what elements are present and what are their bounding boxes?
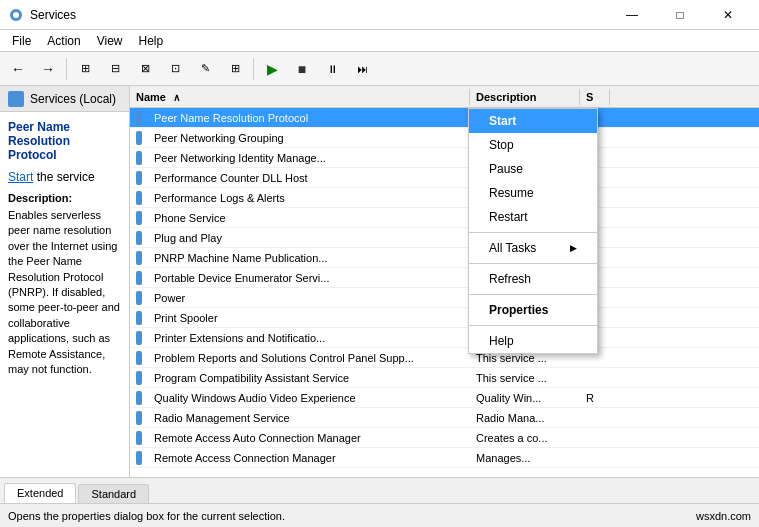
row-icon (130, 409, 148, 427)
table-row[interactable]: PNRP Machine Name Publication... rvice c… (130, 248, 759, 268)
col-header-status[interactable]: S (580, 89, 610, 105)
close-button[interactable]: ✕ (705, 0, 751, 30)
table-row[interactable]: Printer Extensions and Notificatio... rv… (130, 328, 759, 348)
row-name: Remote Access Auto Connection Manager (148, 430, 470, 446)
row-icon (130, 209, 148, 227)
table-body: Peer Name Resolution Protocol s serv... … (130, 108, 759, 477)
description-label: Description: (8, 192, 121, 204)
row-icon (130, 269, 148, 287)
table-row[interactable]: Remote Access Auto Connection Manager Cr… (130, 428, 759, 448)
toolbar-play[interactable]: ▶ (258, 56, 286, 82)
row-name: Program Compatibility Assistant Service (148, 370, 470, 386)
row-status (580, 436, 610, 440)
menu-file[interactable]: File (4, 32, 39, 50)
row-name: Performance Logs & Alerts (148, 190, 470, 206)
toolbar-btn-4[interactable]: ⊡ (161, 56, 189, 82)
toolbar: ← → ⊞ ⊟ ⊠ ⊡ ✎ ⊞ ▶ ■ ⏸ ⏭ (0, 52, 759, 86)
table-row[interactable]: Program Compatibility Assistant Service … (130, 368, 759, 388)
left-panel-header: Services (Local) (30, 92, 116, 106)
left-panel-breadcrumb: Services (Local) (0, 86, 129, 112)
row-icon (130, 389, 148, 407)
row-name: Portable Device Enumerator Servi... (148, 270, 470, 286)
table-row[interactable]: Portable Device Enumerator Servi... es g… (130, 268, 759, 288)
toolbar-restart[interactable]: ⏭ (348, 56, 376, 82)
toolbar-stop[interactable]: ■ (288, 56, 316, 82)
toolbar-btn-5[interactable]: ✎ (191, 56, 219, 82)
row-icon (130, 349, 148, 367)
context-properties[interactable]: Properties (469, 298, 597, 322)
context-start[interactable]: Start (469, 109, 597, 133)
table-row[interactable]: Power es p... R (130, 288, 759, 308)
table-row[interactable]: Phone Service es th... (130, 208, 759, 228)
toolbar-btn-6[interactable]: ⊞ (221, 56, 249, 82)
table-row[interactable]: Problem Reports and Solutions Control Pa… (130, 348, 759, 368)
col-header-desc[interactable]: Description (470, 89, 580, 105)
toolbar-forward[interactable]: → (34, 56, 62, 82)
row-name: Peer Name Resolution Protocol (148, 110, 470, 126)
row-name: Plug and Play (148, 230, 470, 246)
table-row[interactable]: Radio Management Service Radio Mana... (130, 408, 759, 428)
row-desc: Quality Win... (470, 390, 580, 406)
table-row[interactable]: Peer Networking Identity Manage... es id… (130, 148, 759, 168)
row-desc: Radio Mana... (470, 410, 580, 426)
row-icon (130, 329, 148, 347)
toolbar-btn-1[interactable]: ⊞ (71, 56, 99, 82)
col-header-name[interactable]: Name ∧ (130, 89, 470, 105)
table-header: Name ∧ Description S (130, 86, 759, 108)
row-desc: Manages... (470, 450, 580, 466)
row-icon (130, 369, 148, 387)
status-site: wsxdn.com (696, 510, 751, 522)
table-row[interactable]: Print Spooler rvice c... (130, 308, 759, 328)
tab-standard[interactable]: Standard (78, 484, 149, 503)
left-panel: Services (Local) Peer Name Resolution Pr… (0, 86, 130, 477)
row-icon (130, 309, 148, 327)
context-menu: Start Stop Pause Resume Restart All Task… (468, 108, 598, 354)
row-icon (130, 449, 148, 467)
row-icon (130, 149, 148, 167)
menu-bar: File Action View Help (0, 30, 759, 52)
selected-service-title: Peer Name Resolution Protocol (8, 120, 121, 162)
right-panel: Name ∧ Description S Peer Name Resolutio… (130, 86, 759, 477)
table-row[interactable]: Quality Windows Audio Video Experience Q… (130, 388, 759, 408)
context-restart[interactable]: Restart (469, 205, 597, 229)
table-row[interactable]: Performance Counter DLL Host s rem... (130, 168, 759, 188)
menu-action[interactable]: Action (39, 32, 88, 50)
title-bar: Services — □ ✕ (0, 0, 759, 30)
row-status (580, 416, 610, 420)
context-resume[interactable]: Resume (469, 181, 597, 205)
table-row[interactable]: Remote Access Connection Manager Manages… (130, 448, 759, 468)
context-sep-4 (469, 325, 597, 326)
row-name: Radio Management Service (148, 410, 470, 426)
context-sep-1 (469, 232, 597, 233)
context-pause[interactable]: Pause (469, 157, 597, 181)
context-sep-2 (469, 263, 597, 264)
context-help[interactable]: Help (469, 329, 597, 353)
toolbar-btn-2[interactable]: ⊟ (101, 56, 129, 82)
table-row[interactable]: Performance Logs & Alerts (130, 188, 759, 208)
context-stop[interactable]: Stop (469, 133, 597, 157)
toolbar-pause[interactable]: ⏸ (318, 56, 346, 82)
toolbar-back[interactable]: ← (4, 56, 32, 82)
menu-view[interactable]: View (89, 32, 131, 50)
row-icon (130, 229, 148, 247)
row-status (580, 456, 610, 460)
toolbar-sep-2 (253, 58, 254, 80)
table-row[interactable]: Plug and Play s a c... R (130, 228, 759, 248)
table-row[interactable]: Peer Name Resolution Protocol s serv... (130, 108, 759, 128)
window-title: Services (30, 8, 76, 22)
minimize-button[interactable]: — (609, 0, 655, 30)
main-area: Services (Local) Peer Name Resolution Pr… (0, 86, 759, 477)
context-all-tasks[interactable]: All Tasks (469, 236, 597, 260)
row-name: Quality Windows Audio Video Experience (148, 390, 470, 406)
row-desc: This service ... (470, 370, 580, 386)
menu-help[interactable]: Help (131, 32, 172, 50)
table-row[interactable]: Peer Networking Grouping s mul... (130, 128, 759, 148)
window-controls: — □ ✕ (609, 0, 751, 30)
context-refresh[interactable]: Refresh (469, 267, 597, 291)
start-service-link[interactable]: Start (8, 170, 33, 184)
context-sep-3 (469, 294, 597, 295)
tab-extended[interactable]: Extended (4, 483, 76, 503)
row-name: PNRP Machine Name Publication... (148, 250, 470, 266)
toolbar-btn-3[interactable]: ⊠ (131, 56, 159, 82)
maximize-button[interactable]: □ (657, 0, 703, 30)
